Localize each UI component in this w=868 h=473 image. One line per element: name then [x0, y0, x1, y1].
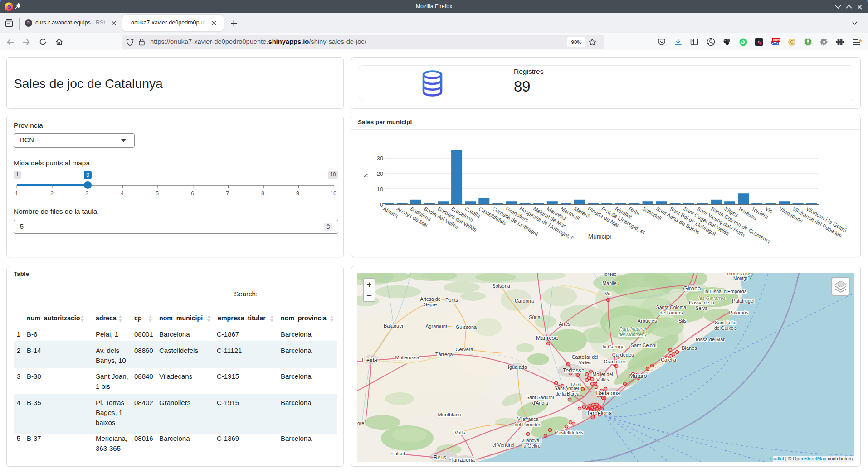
- svg-text:de Farners: de Farners: [660, 310, 683, 315]
- svg-text:Santa Coloma: Santa Coloma: [656, 304, 687, 310]
- svg-text:30: 30: [377, 155, 383, 162]
- svg-text:Agramunt: Agramunt: [425, 323, 447, 329]
- svg-text:Vallès: Vallès: [579, 360, 591, 365]
- svg-text:Abrera: Abrera: [382, 205, 399, 219]
- svg-text:Mataró: Mataró: [629, 373, 647, 379]
- svg-text:Montgrí: Montgrí: [733, 276, 749, 281]
- svg-text:el Vendrell: el Vendrell: [492, 442, 515, 448]
- svg-text:Súria: Súria: [529, 314, 541, 320]
- svg-text:Calella: Calella: [661, 357, 677, 362]
- svg-text:20: 20: [377, 170, 383, 177]
- svg-text:+: +: [367, 280, 372, 289]
- svg-text:Manresa: Manresa: [536, 335, 558, 341]
- svg-text:Cervera: Cervera: [455, 347, 473, 352]
- svg-text:Arbúcies: Arbúcies: [638, 318, 657, 323]
- svg-text:ore: ore: [357, 420, 364, 426]
- svg-text:Sils: Sils: [678, 318, 687, 323]
- svg-text:Girona: Girona: [683, 285, 701, 292]
- svg-text:N: N: [362, 173, 369, 178]
- svg-text:Segre: Segre: [424, 302, 437, 307]
- svg-text:Tarragona: Tarragona: [450, 457, 475, 462]
- svg-text:Cardona: Cardona: [515, 298, 534, 304]
- svg-text:Blanes: Blanes: [682, 345, 697, 351]
- svg-text:la Geltrú: la Geltrú: [522, 443, 541, 449]
- svg-text:Cardedeu: Cardedeu: [612, 352, 634, 357]
- svg-text:Tossa de Mar: Tossa de Mar: [695, 337, 725, 342]
- svg-text:Manlleu: Manlleu: [603, 280, 619, 286]
- svg-text:Parc Natural: Parc Natural: [619, 326, 646, 332]
- svg-text:de la Barca: de la Barca: [555, 391, 579, 396]
- svg-text:de Guíxols: de Guíxols: [714, 325, 737, 331]
- svg-text:Mollet del: Mollet del: [593, 372, 613, 377]
- svg-text:la Garriga: la Garriga: [603, 344, 625, 349]
- svg-text:Ponts: Ponts: [445, 297, 458, 303]
- svg-text:Falset: Falset: [391, 451, 405, 456]
- svg-text:New: New: [773, 38, 780, 42]
- svg-text:Tàrrega: Tàrrega: [435, 352, 453, 357]
- svg-text:Reus: Reus: [434, 454, 446, 461]
- svg-text:Palafrugell: Palafrugell: [732, 298, 756, 304]
- svg-text:del Montseny: del Montseny: [619, 332, 647, 337]
- svg-text:Solsona: Solsona: [492, 283, 511, 289]
- svg-text:les Gavarres: les Gavarres: [698, 295, 726, 301]
- svg-text:Selva: Selva: [696, 305, 707, 311]
- svg-text:Sant Andreu: Sant Andreu: [554, 386, 580, 391]
- svg-text:Balaguer: Balaguer: [384, 323, 404, 328]
- svg-text:Castelldefels: Castelldefels: [555, 430, 584, 435]
- svg-text:Mollerussa: Mollerussa: [395, 355, 419, 360]
- svg-text:Vilafranca: Vilafranca: [517, 416, 539, 422]
- svg-text:Leaflet | © OpenStreetMap cont: Leaflet | © OpenStreetMap contributors: [770, 456, 853, 461]
- svg-text:Valls: Valls: [454, 430, 465, 435]
- svg-text:Barcelona: Barcelona: [585, 410, 612, 416]
- svg-text:C: C: [790, 40, 794, 45]
- svg-text:la Bisbal d'Empordà: la Bisbal d'Empordà: [704, 289, 746, 294]
- svg-text:Torelló: Torelló: [603, 273, 617, 277]
- svg-text:Municipi: Municipi: [588, 233, 611, 240]
- svg-text:Terrassa: Terrassa: [563, 367, 585, 374]
- svg-text:d'Anoia: d'Anoia: [532, 400, 548, 405]
- svg-text:Vallès: Vallès: [596, 377, 609, 382]
- svg-text:del Penedès: del Penedès: [515, 422, 541, 427]
- svg-text:Granollers: Granollers: [604, 359, 627, 364]
- svg-text:Artés: Artés: [559, 321, 571, 327]
- svg-text:Sant Celoni: Sant Celoni: [631, 343, 657, 348]
- svg-text:Igualada: Igualada: [508, 364, 527, 370]
- svg-text:Lleida: Lleida: [362, 357, 377, 363]
- svg-text:Sant Sadurní: Sant Sadurní: [526, 395, 554, 400]
- svg-text:Vic: Vic: [605, 291, 612, 296]
- svg-text:Guissona: Guissona: [456, 324, 477, 330]
- svg-text:Sant Feliu: Sant Feliu: [715, 320, 736, 325]
- svg-text:Vilanova i: Vilanova i: [521, 438, 541, 443]
- svg-text:Montblanc: Montblanc: [438, 412, 461, 417]
- svg-text:0: 0: [380, 201, 383, 208]
- svg-text:−: −: [366, 290, 372, 300]
- svg-text:Artesa de: Artesa de: [420, 296, 441, 302]
- svg-text:10: 10: [377, 186, 383, 193]
- svg-text:Castellar del: Castellar del: [572, 354, 598, 360]
- svg-text:Badalona: Badalona: [596, 390, 620, 396]
- svg-text:Palamós: Palamós: [729, 310, 749, 315]
